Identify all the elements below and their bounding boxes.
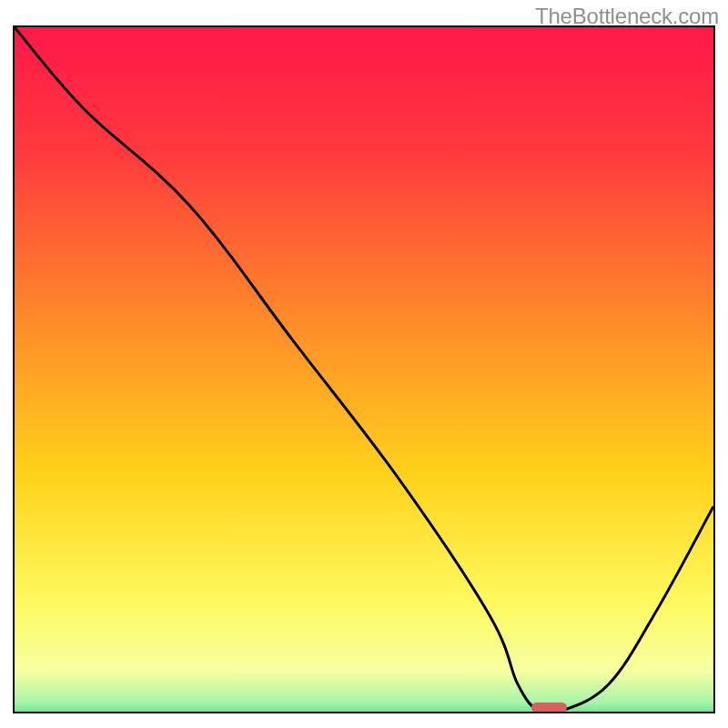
- plot-area: [13, 25, 715, 713]
- optimal-marker: [531, 703, 566, 713]
- bottleneck-curve: [15, 27, 713, 712]
- bottleneck-chart: TheBottleneck.com: [0, 0, 728, 728]
